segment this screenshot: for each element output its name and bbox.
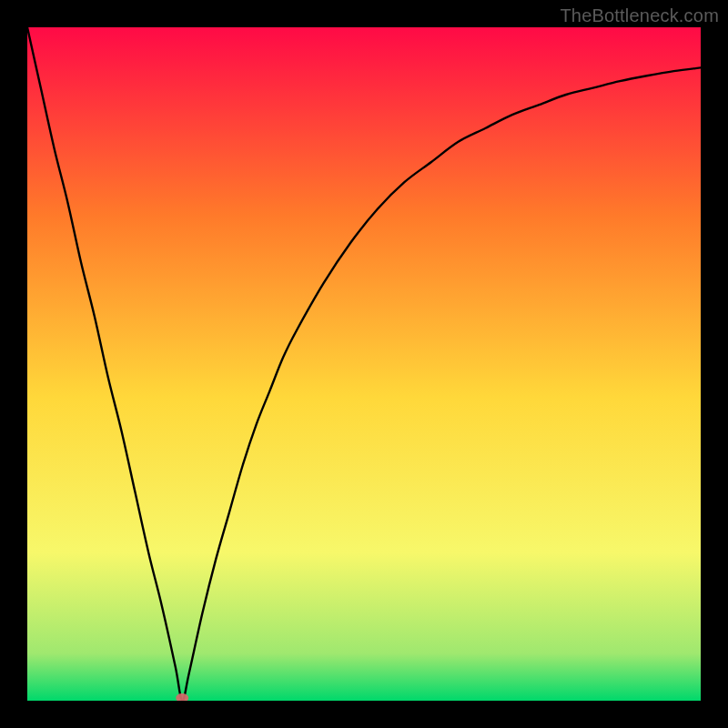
- chart-svg: [27, 27, 701, 701]
- plot-area: [27, 27, 701, 701]
- chart-frame: TheBottleneck.com: [0, 0, 728, 728]
- watermark-text: TheBottleneck.com: [560, 5, 719, 26]
- gradient-background: [27, 27, 701, 701]
